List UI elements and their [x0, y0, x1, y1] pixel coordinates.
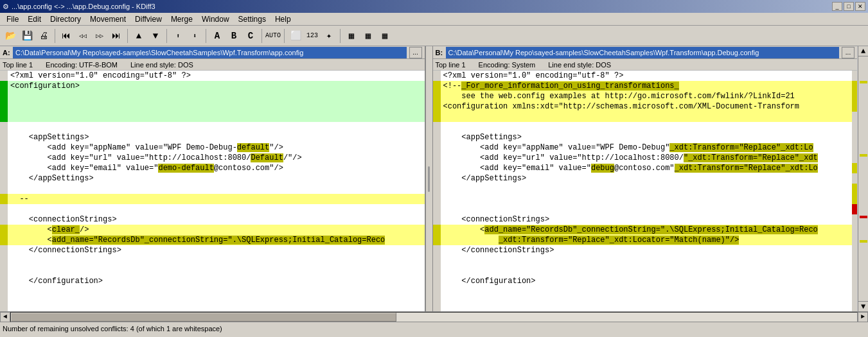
- code-line: --: [8, 194, 425, 204]
- marker-changed: [433, 81, 441, 91]
- panel-b-code[interactable]: <?xml version="1.0" encoding="utf-8" ?> …: [433, 71, 858, 311]
- scroll-marker-changed: [860, 240, 867, 243]
- toolbar-sep-2: [127, 29, 128, 43]
- code-line: [8, 184, 425, 194]
- select-b-button[interactable]: B: [226, 28, 242, 44]
- scroll-left-button[interactable]: ◄: [0, 312, 10, 322]
- status-bar: Number of remaining unsolved conflicts: …: [0, 322, 868, 334]
- menu-directory[interactable]: Directory: [46, 13, 85, 25]
- scroll-marker-changed: [860, 154, 867, 157]
- conflict-bar: [852, 71, 857, 311]
- prev-diff-button[interactable]: ◁◁: [75, 28, 91, 44]
- marker-added: [0, 81, 8, 91]
- view3-button[interactable]: ▦: [377, 28, 393, 44]
- window-title: ...\app.config <-> ...\app.Debug.config …: [12, 3, 155, 10]
- menu-movement[interactable]: Movement: [86, 13, 130, 25]
- open-button[interactable]: 📂: [3, 28, 18, 44]
- code-line: [8, 122, 425, 132]
- panel-b-path: C:\Data\Personal\My Repo\sayed-samples\S…: [446, 47, 840, 58]
- code-line: </appSettings>: [441, 173, 853, 184]
- auto-merge-button[interactable]: AUTO: [265, 28, 281, 44]
- marker: [433, 153, 441, 163]
- code-line: <add key="appName" value="WPF Demo-Debug…: [441, 143, 853, 153]
- code-line: [8, 255, 425, 266]
- marker: [0, 255, 8, 266]
- code-line: <add key="email" value="demo-default@con…: [8, 163, 425, 173]
- toolbar-sep-5: [261, 29, 262, 43]
- menu-merge[interactable]: Merge: [167, 13, 197, 25]
- scroll-marker-changed: [860, 81, 867, 83]
- merge-down-button[interactable]: ⬇: [187, 28, 202, 44]
- code-line: <connectionStrings>: [8, 214, 425, 225]
- menu-settings[interactable]: Settings: [235, 13, 270, 25]
- cb-changed: [852, 163, 857, 173]
- code-line: [441, 112, 853, 122]
- cb-segment: [852, 112, 857, 163]
- code-line: [441, 122, 853, 132]
- code-line: [8, 112, 425, 122]
- highlight-button[interactable]: ✦: [321, 28, 337, 44]
- h-scrollbar[interactable]: [10, 312, 858, 322]
- cb-segment: [852, 71, 857, 81]
- print-button[interactable]: 🖨: [36, 28, 51, 44]
- marker-changed: [0, 194, 8, 204]
- marker: [0, 143, 8, 153]
- code-line: <add_name="RecordsDb"_connectionString="…: [441, 225, 853, 235]
- scroll-down-button[interactable]: ▼: [858, 301, 868, 311]
- merge-up-button[interactable]: ⬆: [170, 28, 186, 44]
- marker: [433, 132, 441, 143]
- marker: [433, 276, 441, 286]
- menu-file[interactable]: File: [3, 13, 22, 25]
- splitter[interactable]: [425, 46, 433, 311]
- menu-bar: File Edit Directory Movement Diffview Me…: [0, 13, 868, 26]
- close-button[interactable]: ✕: [855, 2, 865, 11]
- code-line: [441, 255, 853, 266]
- marker: [433, 204, 441, 214]
- right-scrollbar[interactable]: ▲ ▼: [858, 46, 868, 311]
- menu-edit[interactable]: Edit: [24, 13, 45, 25]
- save-button[interactable]: 💾: [19, 28, 35, 44]
- code-line: [8, 91, 425, 101]
- marker: [0, 163, 8, 173]
- minimize-button[interactable]: _: [832, 2, 842, 11]
- next-diff-button[interactable]: ▷▷: [92, 28, 107, 44]
- menu-help[interactable]: Help: [271, 13, 295, 25]
- scroll-track[interactable]: [858, 56, 868, 301]
- panel-b-browse[interactable]: ...: [842, 47, 855, 58]
- panel-a-browse[interactable]: ...: [409, 47, 422, 58]
- select-a-button[interactable]: A: [209, 28, 225, 44]
- code-line: _xdt:Transform="Replace"_xdt:Locator="Ma…: [441, 235, 853, 245]
- cb-red: [852, 204, 857, 214]
- marker: [433, 163, 441, 173]
- panel-b-info: Top line 1 Encoding: System Line end sty…: [433, 59, 858, 71]
- prev-conflict-button[interactable]: ▲: [131, 28, 146, 44]
- line-num-button[interactable]: 123: [305, 28, 320, 44]
- first-diff-button[interactable]: ⏮: [58, 28, 74, 44]
- panel-b: B: C:\Data\Personal\My Repo\sayed-sample…: [433, 46, 858, 311]
- marker-added: [0, 112, 8, 122]
- split-view-button[interactable]: ⬜: [288, 28, 303, 44]
- select-c-button[interactable]: C: [243, 28, 258, 44]
- scroll-right-button[interactable]: ►: [858, 312, 868, 322]
- panel-a-path: C:\Data\Personal\My Repo\sayed-samples\S…: [13, 47, 407, 58]
- next-conflict-button[interactable]: ▼: [148, 28, 163, 44]
- title-bar: ⚙ ...\app.config <-> ...\app.Debug.confi…: [0, 0, 868, 13]
- marker-changed: [433, 91, 441, 101]
- menu-window[interactable]: Window: [198, 13, 233, 25]
- maximize-button[interactable]: □: [844, 2, 854, 11]
- panel-b-line-info: Top line 1: [436, 61, 466, 69]
- panel-a-lines: <?xml version="1.0" encoding="utf-8" ?> …: [8, 71, 425, 311]
- code-line: [441, 266, 853, 276]
- view1-button[interactable]: ▦: [344, 28, 359, 44]
- menu-diffview[interactable]: Diffview: [131, 13, 166, 25]
- marker-changed: [433, 235, 441, 245]
- toolbar-sep-1: [55, 29, 55, 43]
- marker-added: [0, 91, 8, 101]
- panel-a-code[interactable]: <?xml version="1.0" encoding="utf-8" ?> …: [0, 71, 425, 311]
- view2-button[interactable]: ▦: [360, 28, 376, 44]
- scroll-up-button[interactable]: ▲: [858, 46, 868, 56]
- code-line: [441, 194, 853, 204]
- last-diff-button[interactable]: ⏭: [109, 28, 124, 44]
- h-scroll-thumb: [11, 313, 396, 322]
- code-line: [441, 204, 853, 214]
